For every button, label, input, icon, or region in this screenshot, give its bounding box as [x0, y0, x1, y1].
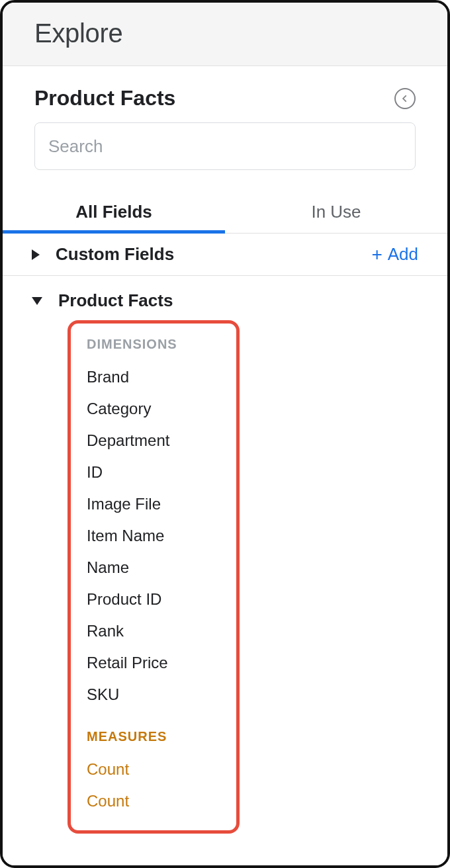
explore-panel: Explore Product Facts All Fields In Use …	[0, 0, 450, 868]
measure-item[interactable]: Count	[87, 785, 220, 817]
chevron-left-icon	[400, 94, 410, 103]
dimension-item[interactable]: Product ID	[87, 584, 220, 615]
group-product-facts[interactable]: Product Facts	[26, 276, 424, 320]
chevron-down-icon	[32, 297, 42, 305]
measure-item[interactable]: Count	[87, 754, 220, 785]
group-label: Product Facts	[58, 290, 173, 311]
dimension-item[interactable]: Rank	[87, 615, 220, 647]
custom-fields-row[interactable]: Custom Fields + Add	[3, 234, 447, 276]
title-row: Product Facts	[26, 86, 424, 110]
dimension-item[interactable]: Brand	[87, 361, 220, 393]
search-input[interactable]	[34, 122, 416, 170]
custom-fields-label: Custom Fields	[56, 244, 355, 265]
collapse-button[interactable]	[394, 88, 416, 109]
panel-content: Product Facts All Fields In Use Custom F…	[3, 66, 447, 865]
dimension-item[interactable]: ID	[87, 456, 220, 488]
tab-in-use[interactable]: In Use	[225, 193, 447, 233]
measures-list: CountCount	[87, 754, 220, 817]
add-button[interactable]: + Add	[371, 244, 418, 265]
dimension-item[interactable]: Department	[87, 425, 220, 456]
dimension-item[interactable]: SKU	[87, 679, 220, 711]
dimension-item[interactable]: Item Name	[87, 520, 220, 552]
dimension-item[interactable]: Retail Price	[87, 647, 220, 679]
panel-header: Explore	[3, 3, 447, 66]
plus-icon: +	[371, 245, 382, 264]
dimensions-list: BrandCategoryDepartmentIDImage FileItem …	[87, 361, 220, 711]
search-wrap	[26, 122, 424, 170]
chevron-right-icon	[32, 249, 40, 260]
panel-header-title: Explore	[34, 19, 424, 48]
page-title: Product Facts	[34, 86, 175, 110]
dimension-item[interactable]: Category	[87, 393, 220, 425]
measures-heading: MEASURES	[87, 729, 220, 744]
tabs: All Fields In Use	[3, 193, 447, 234]
add-button-label: Add	[388, 244, 418, 265]
fields-highlight-box: DIMENSIONS BrandCategoryDepartmentIDImag…	[68, 320, 240, 834]
dimensions-heading: DIMENSIONS	[87, 337, 220, 352]
tab-all-fields[interactable]: All Fields	[3, 193, 225, 233]
dimension-item[interactable]: Name	[87, 552, 220, 584]
dimension-item[interactable]: Image File	[87, 488, 220, 520]
